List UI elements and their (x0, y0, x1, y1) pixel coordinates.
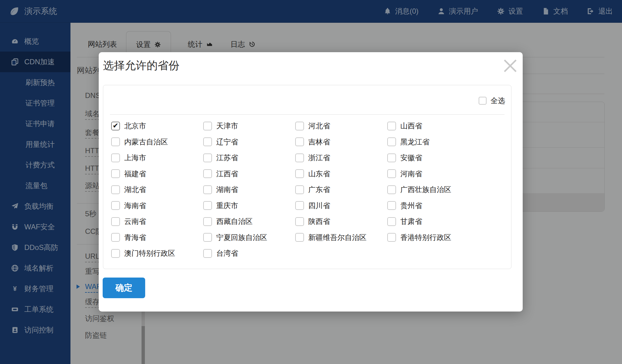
checkbox[interactable]: ✔ (387, 137, 396, 146)
province-checkbox-13[interactable]: ✔江西省 (203, 169, 295, 179)
province-checkbox-18[interactable]: ✔广东省 (295, 185, 387, 194)
checkbox[interactable]: ✔ (387, 153, 396, 162)
checkbox[interactable]: ✔ (111, 169, 120, 178)
checkbox[interactable]: ✔ (111, 233, 120, 242)
province-checkbox-8[interactable]: ✔上海市 (111, 153, 203, 163)
checkbox[interactable]: ✔ (111, 185, 120, 194)
province-checkbox-2[interactable]: ✔河北省 (295, 121, 387, 131)
province-checkbox-31[interactable]: ✔香港特别行政区 (387, 233, 479, 242)
province-checkbox-33[interactable]: ✔台湾省 (203, 248, 295, 258)
province-checkbox-22[interactable]: ✔四川省 (295, 201, 387, 211)
province-label: 湖北省 (124, 185, 146, 194)
checkbox[interactable]: ✔ (203, 153, 212, 162)
checkbox[interactable]: ✔ (387, 201, 396, 210)
province-checkbox-0[interactable]: ✔北京市 (111, 121, 203, 131)
province-checkbox-19[interactable]: ✔广西壮族自治区 (387, 185, 479, 194)
province-checkbox-17[interactable]: ✔湖南省 (203, 185, 295, 194)
close-icon[interactable] (503, 59, 517, 73)
checkbox[interactable]: ✔ (111, 201, 120, 210)
province-label: 辽宁省 (216, 137, 238, 147)
dialog-title: 选择允许的省份 (103, 58, 179, 73)
province-checkbox-24[interactable]: ✔云南省 (111, 217, 203, 226)
province-checkbox-27[interactable]: ✔甘肃省 (387, 217, 479, 226)
checkbox[interactable]: ✔ (387, 122, 396, 130)
province-checkbox-9[interactable]: ✔江苏省 (203, 153, 295, 163)
checkbox[interactable]: ✔ (111, 249, 120, 258)
province-label: 宁夏回族自治区 (216, 233, 267, 242)
checkbox[interactable]: ✔ (387, 233, 396, 242)
province-label: 台湾省 (216, 248, 238, 258)
checkbox[interactable]: ✔ (111, 217, 120, 226)
province-panel: ✔ 全选 ✔北京市✔天津市✔河北省✔山西省✔内蒙古自治区✔辽宁省✔吉林省✔黑龙江… (103, 85, 511, 269)
province-checkbox-21[interactable]: ✔重庆市 (203, 201, 295, 211)
checkbox[interactable]: ✔ (387, 217, 396, 226)
province-checkbox-6[interactable]: ✔吉林省 (295, 137, 387, 147)
checkbox[interactable]: ✔ (295, 233, 304, 242)
province-checkbox-26[interactable]: ✔陕西省 (295, 217, 387, 226)
checkbox[interactable]: ✔ (111, 122, 120, 130)
province-select-dialog: 选择允许的省份 ✔ 全选 ✔北京市✔天津市✔河北省✔山西省✔内蒙古自治区✔辽宁省… (99, 52, 523, 312)
province-label: 上海市 (124, 153, 146, 163)
province-checkbox-1[interactable]: ✔天津市 (203, 121, 295, 131)
province-checkbox-20[interactable]: ✔海南省 (111, 201, 203, 211)
checkbox[interactable]: ✔ (295, 153, 304, 162)
province-label: 天津市 (216, 121, 238, 131)
checkbox[interactable]: ✔ (295, 169, 304, 178)
province-checkbox-15[interactable]: ✔河南省 (387, 169, 479, 179)
province-label: 福建省 (124, 169, 146, 179)
checkbox[interactable]: ✔ (295, 201, 304, 210)
checkbox[interactable]: ✔ (203, 233, 212, 242)
checkbox[interactable]: ✔ (479, 97, 487, 105)
province-label: 山东省 (308, 169, 330, 179)
province-label: 澳门特别行政区 (124, 248, 175, 258)
province-checkbox-16[interactable]: ✔湖北省 (111, 185, 203, 194)
province-checkbox-30[interactable]: ✔新疆维吾尔自治区 (295, 233, 387, 242)
checkbox[interactable]: ✔ (203, 137, 212, 146)
checkbox[interactable]: ✔ (111, 153, 120, 162)
province-label: 广西壮族自治区 (400, 185, 451, 194)
province-label: 海南省 (124, 201, 146, 211)
province-checkbox-25[interactable]: ✔西藏自治区 (203, 217, 295, 226)
province-checkbox-7[interactable]: ✔黑龙江省 (387, 137, 479, 147)
province-checkbox-14[interactable]: ✔山东省 (295, 169, 387, 179)
province-label: 黑龙江省 (400, 137, 429, 147)
checkbox[interactable]: ✔ (111, 137, 120, 146)
checkbox[interactable]: ✔ (203, 169, 212, 178)
province-checkbox-32[interactable]: ✔澳门特别行政区 (111, 248, 203, 258)
province-checkbox-10[interactable]: ✔浙江省 (295, 153, 387, 163)
checkbox[interactable]: ✔ (387, 169, 396, 178)
province-checkbox-4[interactable]: ✔内蒙古自治区 (111, 137, 203, 147)
province-label: 吉林省 (308, 137, 330, 147)
province-label: 云南省 (124, 217, 146, 226)
province-checkbox-28[interactable]: ✔青海省 (111, 233, 203, 242)
province-label: 陕西省 (308, 217, 330, 226)
province-label: 江苏省 (216, 153, 238, 163)
checkbox[interactable]: ✔ (203, 122, 212, 130)
select-all-checkbox[interactable]: ✔ 全选 (479, 96, 505, 106)
checkbox[interactable]: ✔ (387, 185, 396, 194)
checkbox[interactable]: ✔ (295, 185, 304, 194)
province-label: 甘肃省 (400, 217, 422, 226)
province-checkbox-11[interactable]: ✔安徽省 (387, 153, 479, 163)
province-label: 广东省 (308, 185, 330, 194)
checkbox[interactable]: ✔ (295, 122, 304, 130)
province-label: 江西省 (216, 169, 238, 179)
checkbox[interactable]: ✔ (203, 185, 212, 194)
province-label: 青海省 (124, 233, 146, 242)
province-checkbox-5[interactable]: ✔辽宁省 (203, 137, 295, 147)
checkbox[interactable]: ✔ (203, 217, 212, 226)
confirm-button[interactable]: 确定 (103, 278, 145, 298)
province-checkbox-3[interactable]: ✔山西省 (387, 121, 479, 131)
province-label: 重庆市 (216, 201, 238, 211)
checkbox[interactable]: ✔ (295, 217, 304, 226)
checkbox[interactable]: ✔ (203, 201, 212, 210)
province-checkbox-23[interactable]: ✔贵州省 (387, 201, 479, 211)
checkbox[interactable]: ✔ (295, 137, 304, 146)
province-checkbox-12[interactable]: ✔福建省 (111, 169, 203, 179)
province-checkbox-29[interactable]: ✔宁夏回族自治区 (203, 233, 295, 242)
province-label: 浙江省 (308, 153, 330, 163)
province-label: 贵州省 (400, 201, 422, 211)
province-label: 安徽省 (400, 153, 422, 163)
province-label: 河北省 (308, 121, 330, 131)
checkbox[interactable]: ✔ (203, 249, 212, 258)
